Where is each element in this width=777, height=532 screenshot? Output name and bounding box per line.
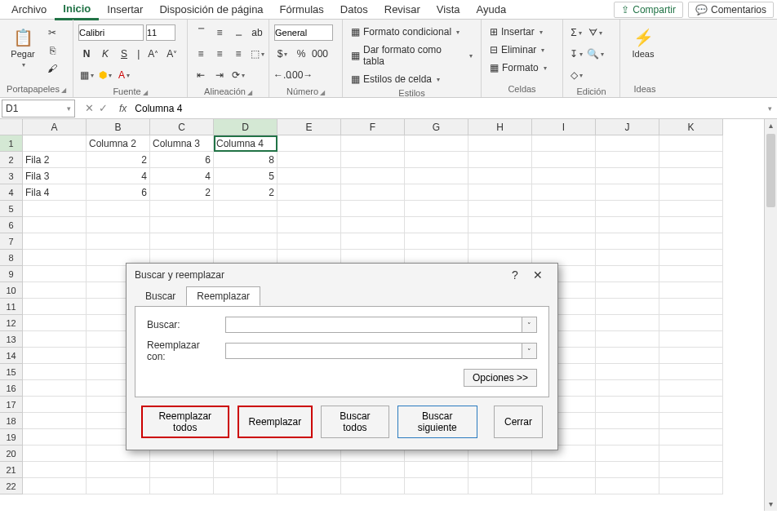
cell-E22[interactable] [278, 478, 341, 494]
cell-K9[interactable] [659, 266, 723, 282]
row-header-15[interactable]: 15 [0, 364, 23, 380]
cell-K11[interactable] [659, 299, 723, 315]
cell-J5[interactable] [596, 201, 659, 217]
cell-E5[interactable] [278, 201, 341, 217]
cell-C3[interactable]: 4 [150, 168, 214, 184]
cell-J8[interactable] [596, 250, 659, 266]
cell-J11[interactable] [596, 299, 659, 315]
replace-history-dropdown[interactable]: ˅ [522, 343, 537, 359]
find-select-button[interactable]: 🔍 [587, 46, 603, 62]
cell-A14[interactable] [23, 348, 87, 364]
cell-A16[interactable] [23, 380, 87, 397]
sort-filter-button[interactable]: ᗊ [587, 24, 603, 41]
formula-input[interactable] [130, 103, 763, 114]
font-size-select[interactable] [146, 24, 175, 41]
cell-K8[interactable] [659, 250, 723, 266]
dialog-close-button[interactable]: ✕ [526, 268, 549, 282]
replace-input[interactable] [225, 343, 522, 359]
cell-G1[interactable] [405, 135, 468, 152]
row-header-18[interactable]: 18 [0, 413, 23, 429]
cell-E4[interactable] [278, 184, 341, 201]
row-header-5[interactable]: 5 [0, 201, 23, 217]
cell-J12[interactable] [596, 315, 659, 331]
bold-button[interactable]: N [78, 46, 95, 62]
tab-vista[interactable]: Vista [428, 0, 468, 19]
orientation-button[interactable]: ⟳ [230, 67, 246, 83]
cell-styles-button[interactable]: ▦Estilos de celda [348, 72, 443, 86]
cell-K6[interactable] [659, 217, 723, 233]
find-input[interactable] [225, 317, 522, 333]
expand-formula-button[interactable]: ▾ [763, 104, 777, 113]
increase-decimal-button[interactable]: ←.0 [274, 67, 291, 83]
fill-color-button[interactable]: ⬢ [97, 67, 113, 83]
cell-G6[interactable] [405, 217, 468, 233]
cell-B3[interactable]: 4 [87, 168, 150, 184]
insert-cells-button[interactable]: ⊞Insertar [486, 24, 546, 39]
cell-H7[interactable] [468, 233, 532, 250]
copy-button[interactable]: ⎘ [44, 42, 60, 59]
tab-archivo[interactable]: Archivo [3, 0, 55, 19]
ideas-button[interactable]: ⚡ Ideas [625, 24, 661, 60]
cell-A7[interactable] [23, 233, 87, 250]
row-header-3[interactable]: 3 [0, 168, 23, 184]
accounting-button[interactable]: $ [274, 46, 291, 62]
cell-D2[interactable]: 8 [214, 152, 278, 168]
autosum-button[interactable]: Σ [568, 24, 584, 41]
col-header-J[interactable]: J [596, 119, 659, 135]
cell-A2[interactable]: Fila 2 [23, 152, 87, 168]
cell-F6[interactable] [341, 217, 405, 233]
cell-G2[interactable] [405, 152, 468, 168]
cell-D4[interactable]: 2 [214, 184, 278, 201]
cell-E3[interactable] [278, 168, 341, 184]
row-header-12[interactable]: 12 [0, 315, 23, 331]
cell-K19[interactable] [659, 429, 723, 446]
cut-button[interactable]: ✂ [44, 24, 60, 41]
dialog-help-button[interactable]: ? [504, 268, 526, 282]
col-header-G[interactable]: G [405, 119, 468, 135]
cell-I2[interactable] [532, 152, 596, 168]
cell-K14[interactable] [659, 348, 723, 364]
cell-C21[interactable] [150, 462, 214, 478]
cancel-formula-button[interactable]: ✕ [85, 102, 94, 114]
increase-indent-button[interactable]: ⇥ [211, 67, 228, 83]
cell-A12[interactable] [23, 315, 87, 331]
cell-K5[interactable] [659, 201, 723, 217]
cell-A11[interactable] [23, 299, 87, 315]
cell-G3[interactable] [405, 168, 468, 184]
cell-J17[interactable] [596, 397, 659, 413]
row-header-14[interactable]: 14 [0, 348, 23, 364]
enter-formula-button[interactable]: ✓ [99, 102, 108, 114]
cell-K13[interactable] [659, 331, 723, 348]
comments-button[interactable]: 💬Comentarios [688, 2, 774, 18]
row-header-2[interactable]: 2 [0, 152, 23, 168]
replace-button[interactable]: Reemplazar [238, 406, 313, 438]
cell-B5[interactable] [87, 201, 150, 217]
tab-find[interactable]: Buscar [135, 286, 186, 306]
cell-K1[interactable] [659, 135, 723, 152]
format-cells-button[interactable]: ▦Formato [486, 60, 550, 75]
cell-K12[interactable] [659, 315, 723, 331]
col-header-D[interactable]: D [214, 119, 278, 135]
paste-button[interactable]: 📋 Pegar [5, 24, 41, 70]
row-header-7[interactable]: 7 [0, 233, 23, 250]
font-family-select[interactable] [78, 24, 144, 41]
row-header-9[interactable]: 9 [0, 266, 23, 282]
align-center-button[interactable]: ≡ [211, 46, 228, 62]
cell-A17[interactable] [23, 397, 87, 413]
align-middle-button[interactable]: ≡ [211, 24, 228, 41]
cell-F22[interactable] [341, 478, 405, 494]
cell-I7[interactable] [532, 233, 596, 250]
cell-B2[interactable]: 2 [87, 152, 150, 168]
cell-K17[interactable] [659, 397, 723, 413]
row-header-21[interactable]: 21 [0, 462, 23, 478]
col-header-E[interactable]: E [278, 119, 341, 135]
row-header-11[interactable]: 11 [0, 299, 23, 315]
cell-F21[interactable] [341, 462, 405, 478]
tab-revisar[interactable]: Revisar [376, 0, 428, 19]
cell-I22[interactable] [532, 478, 596, 494]
cell-J7[interactable] [596, 233, 659, 250]
col-header-B[interactable]: B [87, 119, 150, 135]
tab-replace[interactable]: Reemplazar [186, 286, 260, 306]
align-bottom-button[interactable]: ⎽ [230, 24, 246, 41]
cell-J18[interactable] [596, 413, 659, 429]
